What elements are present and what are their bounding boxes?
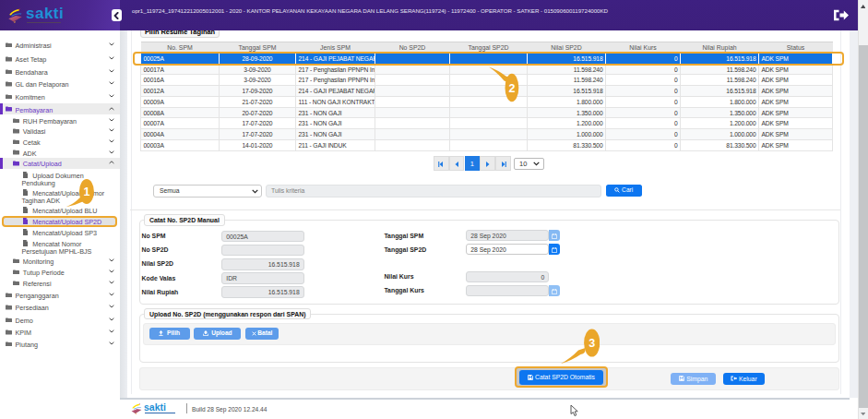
svg-text:2: 2	[508, 82, 515, 95]
svg-text:1: 1	[83, 186, 89, 198]
svg-text:3: 3	[589, 337, 595, 350]
